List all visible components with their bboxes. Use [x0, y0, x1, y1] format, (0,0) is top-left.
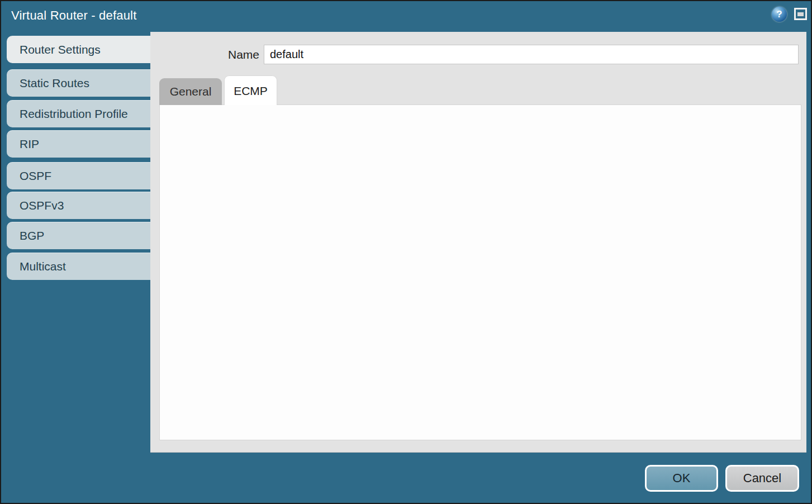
tab-general[interactable]: General — [159, 78, 222, 105]
sidebar-item-multicast[interactable]: Multicast — [7, 253, 150, 280]
name-input[interactable] — [264, 45, 799, 64]
window-restore-icon[interactable] — [794, 8, 807, 20]
sidebar-item-router-settings[interactable]: Router Settings — [7, 36, 153, 63]
cancel-button[interactable]: Cancel — [725, 465, 799, 492]
sidebar-item-rip[interactable]: RIP — [7, 130, 150, 158]
sidebar-item-static-routes[interactable]: Static Routes — [7, 69, 150, 97]
name-label: Name — [186, 48, 259, 61]
sidebar-item-ospf[interactable]: OSPF — [7, 162, 150, 189]
help-icon[interactable]: ? — [772, 7, 787, 22]
ok-button[interactable]: OK — [645, 465, 718, 492]
sidebar-item-redistribution-profile[interactable]: Redistribution Profile — [7, 100, 150, 127]
tab-ecmp[interactable]: ECMP — [224, 75, 277, 105]
sidebar-item-ospfv3[interactable]: OSPFv3 — [7, 192, 150, 219]
window-restore-glyph — [797, 12, 804, 16]
dialog-title: Virtual Router - default — [11, 8, 137, 23]
ecmp-panel — [159, 104, 801, 440]
sidebar-item-bgp[interactable]: BGP — [7, 222, 150, 249]
virtual-router-dialog: Virtual Router - default ? Router Settin… — [0, 0, 812, 504]
